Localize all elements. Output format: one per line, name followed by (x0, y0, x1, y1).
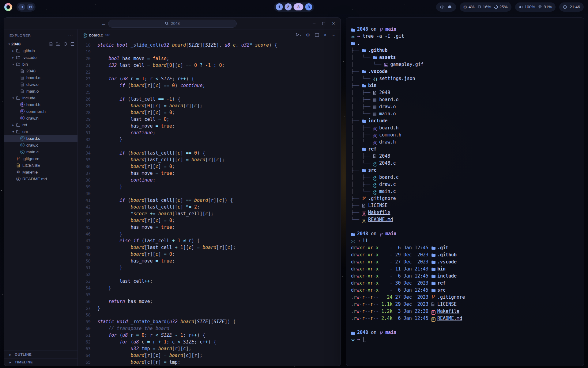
code-line[interactable]: 43 *score += board[last_cell][c]; (78, 210, 341, 217)
explorer-item-main.c[interactable]: Cmain.c (4, 148, 77, 155)
code-line[interactable]: 42 board[last_cell][c] *= 2; (78, 204, 341, 210)
code-line[interactable]: 54 } (78, 285, 341, 291)
explorer-item-draw.c[interactable]: Cdraw.c (4, 142, 77, 148)
explorer-item-main.o[interactable]: main.o (4, 88, 77, 94)
new-file-icon[interactable] (49, 42, 53, 46)
code-line[interactable]: 64 board[r][c] = board[c][r]; (78, 352, 341, 359)
explorer-item-2048[interactable]: 2048 (4, 67, 77, 74)
maximize-button[interactable] (322, 22, 325, 25)
explorer-item-ref[interactable]: ▸ref (4, 121, 77, 128)
explorer-item-include[interactable]: ▾include (4, 94, 77, 101)
refresh-icon[interactable] (63, 42, 67, 46)
explorer-item-board.h[interactable]: Hboard.h (4, 101, 77, 108)
workspace-2[interactable]: 2 (285, 3, 292, 10)
explorer-item-Makefile[interactable]: ⚙Makefile (4, 169, 77, 175)
code-line[interactable]: 46 } (78, 231, 341, 237)
explorer-item-board.c[interactable]: Cboard.c (4, 135, 77, 142)
explorer-item-.github[interactable]: ▸.github (4, 47, 77, 54)
code-line[interactable]: 25 (78, 89, 341, 96)
code-line[interactable]: 34 if (board[last_cell][c] == 0) { (78, 150, 341, 156)
code-line[interactable]: 65 board[c][r] = tmp; (78, 359, 341, 366)
settings-gear-icon[interactable]: ⚙ (306, 33, 310, 37)
code-line[interactable]: 23 for (u8 r = 1; r < SIZE; r++) { (78, 75, 341, 82)
code-line[interactable]: 32 } (78, 136, 341, 143)
terminal-window[interactable]: 2048 on main→ tree -a -I .git.├── .githu… (346, 17, 584, 366)
command-center-search[interactable]: 2048 (108, 20, 237, 28)
code-line[interactable]: 49 board[r][c] = 0; (78, 251, 341, 258)
navigate-back-icon[interactable]: ← (101, 21, 106, 26)
code-line[interactable]: 41 if (board[last_cell][c] == board[r][c… (78, 197, 341, 204)
code-line[interactable]: 53 last_cell++; (78, 278, 341, 285)
terminal-command-line[interactable]: → (351, 336, 579, 343)
close-tab-icon[interactable]: × (324, 33, 326, 37)
code-line[interactable]: 18static bool _slide_col(u32 board[SIZE]… (78, 42, 341, 48)
editor-titlebar[interactable]: ← → 2048 – × (4, 18, 341, 29)
code-line[interactable]: 51 } (78, 264, 341, 271)
code-line[interactable]: 60 // transpose the board (78, 325, 341, 332)
run-button[interactable]: ▾ (296, 33, 301, 37)
code-line[interactable]: 47 else if (last_cell + 1 ≠ r) { (78, 237, 341, 244)
code-line[interactable]: 30 has_move = true; (78, 123, 341, 129)
code-line[interactable]: 50 has_move = true; (78, 258, 341, 264)
outline-section[interactable]: ▸ OUTLINE (4, 351, 77, 358)
code-line[interactable]: 29 last_cell = 0; (78, 116, 341, 123)
chevron-right-icon[interactable]: ▸ (11, 49, 15, 52)
code-line[interactable]: 26 if (last_cell == -1) { (78, 96, 341, 102)
chevron-down-icon[interactable]: ▾ (11, 63, 15, 66)
explorer-item-.vscode[interactable]: ▸.vscode (4, 54, 77, 61)
workspace-8[interactable]: 8 (305, 3, 312, 10)
system-logo-icon[interactable] (4, 3, 12, 11)
code-line[interactable]: 58 (78, 312, 341, 318)
terminal-command-line[interactable]: → ll (351, 237, 579, 244)
explorer-item-LICENSE[interactable]: LICENSE (4, 162, 77, 169)
volume-stat[interactable]: 100% (519, 5, 535, 9)
editor-more-icon[interactable]: ⋯ (331, 33, 336, 37)
new-folder-icon[interactable] (56, 42, 60, 46)
code-line[interactable]: 61 for (u8 r = 0; r < SIZE - 1; r++) { (78, 332, 341, 339)
code-line[interactable]: 22 (78, 69, 341, 75)
workspace-3[interactable]: 3 (294, 3, 303, 10)
close-button[interactable]: × (332, 21, 335, 27)
timeline-section[interactable]: ▸ TIMELINE (4, 358, 77, 366)
code-line[interactable]: 56 return has_move; (78, 298, 341, 305)
media-previous-button[interactable] (18, 4, 25, 10)
code-line[interactable]: 37 has_move = true; (78, 170, 341, 177)
code-line[interactable]: 62 for (u8 c = r + 1; c < SIZE; c++) { (78, 339, 341, 345)
chevron-right-icon[interactable]: ▸ (11, 56, 15, 59)
code-line[interactable]: 52 (78, 271, 341, 278)
workspace-1[interactable]: 1 (276, 3, 283, 10)
split-editor-icon[interactable] (315, 33, 319, 37)
terminal-command-line[interactable]: → tree -a -I .git (351, 33, 579, 40)
explorer-item-board.o[interactable]: board.o (4, 74, 77, 81)
explorer-item-draw.h[interactable]: Hdraw.h (4, 115, 77, 121)
wifi-stat[interactable]: 91% (538, 5, 552, 9)
chevron-right-icon[interactable]: ▸ (11, 123, 15, 127)
code-line[interactable]: 21 i32 last_cell = board[0][c] == 0 ? -1… (78, 62, 341, 69)
code-line[interactable]: 20 bool has_move = false; (78, 55, 341, 62)
code-line[interactable]: 39 } (78, 183, 341, 190)
code-line[interactable]: 63 u32 tmp = board[r][c]; (78, 345, 341, 352)
media-next-button[interactable] (27, 4, 34, 10)
explorer-item-src[interactable]: ▾src (4, 128, 77, 135)
explorer-item-draw.o[interactable]: draw.o (4, 81, 77, 88)
explorer-item-README.md[interactable]: iREADME.md (4, 175, 77, 182)
code-line[interactable]: 55 (78, 291, 341, 298)
explorer-item-bin[interactable]: ▾bin (4, 61, 77, 67)
chevron-down-icon[interactable]: ▾ (7, 42, 11, 46)
code-line[interactable]: 19 (78, 48, 341, 55)
code-line[interactable]: 40 (78, 190, 341, 197)
code-line[interactable]: 27 board[0][c] = board[r][c]; (78, 102, 341, 109)
code-line[interactable]: 44 board[r][c] = 0; (78, 217, 341, 224)
collapse-all-icon[interactable] (70, 42, 74, 46)
code-line[interactable]: 38 continue; (78, 177, 341, 183)
code-line[interactable]: 33 (78, 143, 341, 150)
code-area[interactable]: 18static bool _slide_col(u32 board[SIZE]… (78, 40, 341, 366)
code-line[interactable]: 28 board[r][c] = 0; (78, 109, 341, 116)
code-line[interactable]: 35 board[last_cell][c] = board[r][c]; (78, 156, 341, 163)
code-line[interactable]: 48 board[last_cell + 1][c] = board[r][c]… (78, 244, 341, 251)
explorer-item-common.h[interactable]: Hcommon.h (4, 108, 77, 115)
code-line[interactable]: 57} (78, 305, 341, 312)
explorer-more-icon[interactable]: ··· (68, 33, 73, 38)
audio-network-widget[interactable]: 100% 91% (515, 2, 556, 12)
chevron-down-icon[interactable]: ▾ (11, 130, 15, 133)
